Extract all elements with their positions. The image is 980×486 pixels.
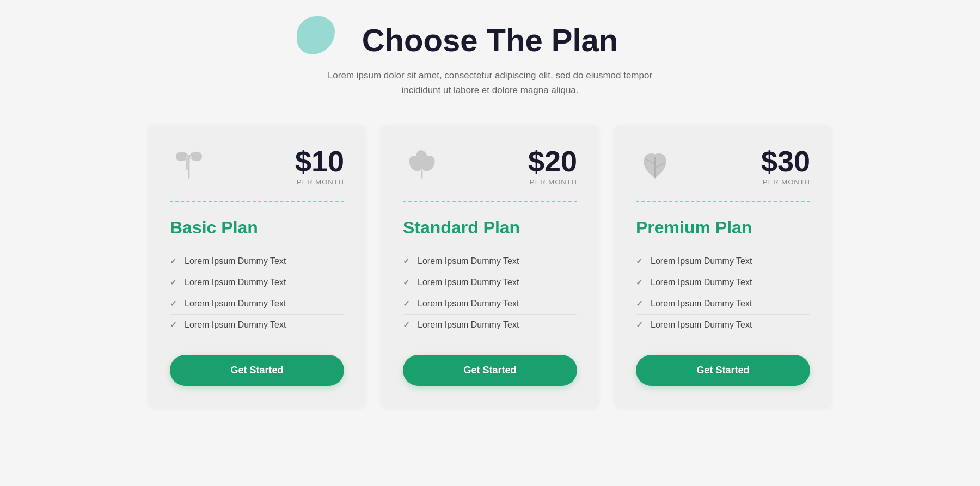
get-started-button-premium[interactable]: Get Started: [636, 355, 810, 386]
sprout-icon: [170, 146, 208, 184]
title-wrapper: Choose The Plan: [313, 22, 667, 58]
check-icon: ✓: [170, 278, 177, 287]
feature-item: ✓ Lorem Ipsum Dummy Text: [636, 315, 810, 335]
feature-text: Lorem Ipsum Dummy Text: [651, 278, 752, 287]
feature-text: Lorem Ipsum Dummy Text: [185, 299, 286, 309]
feature-item: ✓ Lorem Ipsum Dummy Text: [636, 272, 810, 293]
plan-features-list: ✓ Lorem Ipsum Dummy Text ✓ Lorem Ipsum D…: [403, 251, 577, 335]
feature-text: Lorem Ipsum Dummy Text: [418, 299, 519, 309]
feature-text: Lorem Ipsum Dummy Text: [185, 256, 286, 266]
leaf-cluster-icon: [403, 146, 441, 184]
page-subtitle: Lorem ipsum dolor sit amet, consectetur …: [313, 68, 667, 97]
check-icon: ✓: [403, 320, 410, 330]
page-title: Choose The Plan: [362, 22, 618, 58]
check-icon: ✓: [636, 299, 643, 309]
plan-period: PER MONTH: [528, 178, 577, 186]
plan-price-block: $10 PER MONTH: [295, 146, 344, 186]
feature-item: ✓ Lorem Ipsum Dummy Text: [403, 315, 577, 335]
get-started-button-basic[interactable]: Get Started: [170, 355, 344, 386]
check-icon: ✓: [403, 278, 410, 287]
plan-divider: [403, 201, 577, 202]
check-icon: ✓: [170, 256, 177, 266]
feature-text: Lorem Ipsum Dummy Text: [651, 320, 752, 330]
feature-text: Lorem Ipsum Dummy Text: [651, 256, 752, 266]
plan-features-list: ✓ Lorem Ipsum Dummy Text ✓ Lorem Ipsum D…: [636, 251, 810, 335]
get-started-button-standard[interactable]: Get Started: [403, 355, 577, 386]
plan-divider: [170, 201, 344, 202]
plan-card-premium: $30 PER MONTH Premium Plan ✓ Lorem Ipsum…: [614, 125, 832, 408]
feature-text: Lorem Ipsum Dummy Text: [185, 278, 286, 287]
plan-name: Premium Plan: [636, 218, 810, 238]
feature-item: ✓ Lorem Ipsum Dummy Text: [170, 315, 344, 335]
plan-features-list: ✓ Lorem Ipsum Dummy Text ✓ Lorem Ipsum D…: [170, 251, 344, 335]
feature-item: ✓ Lorem Ipsum Dummy Text: [403, 272, 577, 293]
feature-item: ✓ Lorem Ipsum Dummy Text: [636, 251, 810, 272]
plan-price-block: $30 PER MONTH: [761, 146, 810, 186]
feature-text: Lorem Ipsum Dummy Text: [418, 278, 519, 287]
title-blob-decoration: [297, 16, 335, 54]
feature-text: Lorem Ipsum Dummy Text: [651, 299, 752, 309]
plan-card-standard: $20 PER MONTH Standard Plan ✓ Lorem Ipsu…: [381, 125, 599, 408]
plan-price-block: $20 PER MONTH: [528, 146, 577, 186]
plan-period: PER MONTH: [761, 178, 810, 186]
plans-container: $10 PER MONTH Basic Plan ✓ Lorem Ipsum D…: [136, 125, 844, 408]
check-icon: ✓: [636, 278, 643, 287]
check-icon: ✓: [170, 299, 177, 309]
feature-item: ✓ Lorem Ipsum Dummy Text: [403, 293, 577, 315]
plan-name: Standard Plan: [403, 218, 577, 238]
feature-item: ✓ Lorem Ipsum Dummy Text: [403, 251, 577, 272]
plan-header: $10 PER MONTH: [170, 146, 344, 186]
check-icon: ✓: [403, 299, 410, 309]
plan-price: $30: [761, 146, 810, 176]
plan-price: $10: [295, 146, 344, 176]
feature-text: Lorem Ipsum Dummy Text: [418, 256, 519, 266]
feature-item: ✓ Lorem Ipsum Dummy Text: [636, 293, 810, 315]
plan-header: $20 PER MONTH: [403, 146, 577, 186]
plan-header: $30 PER MONTH: [636, 146, 810, 186]
feature-item: ✓ Lorem Ipsum Dummy Text: [170, 293, 344, 315]
feature-item: ✓ Lorem Ipsum Dummy Text: [170, 272, 344, 293]
plan-divider: [636, 201, 810, 202]
feature-text: Lorem Ipsum Dummy Text: [185, 320, 286, 330]
header-section: Choose The Plan Lorem ipsum dolor sit am…: [313, 22, 667, 97]
plan-price: $20: [528, 146, 577, 176]
feature-text: Lorem Ipsum Dummy Text: [418, 320, 519, 330]
check-icon: ✓: [636, 256, 643, 266]
plan-name: Basic Plan: [170, 218, 344, 238]
leaf-icon: [636, 146, 674, 184]
check-icon: ✓: [636, 320, 643, 330]
plan-period: PER MONTH: [295, 178, 344, 186]
check-icon: ✓: [170, 320, 177, 330]
check-icon: ✓: [403, 256, 410, 266]
plan-card-basic: $10 PER MONTH Basic Plan ✓ Lorem Ipsum D…: [148, 125, 366, 408]
feature-item: ✓ Lorem Ipsum Dummy Text: [170, 251, 344, 272]
